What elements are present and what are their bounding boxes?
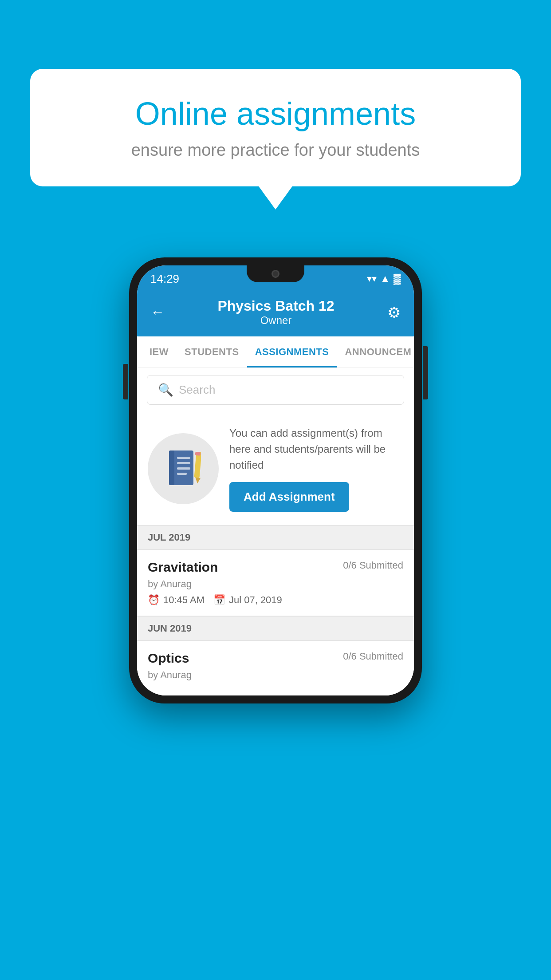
speech-bubble: Online assignments ensure more practice … [30, 69, 521, 186]
assignment-meta-gravitation: ⏰ 10:45 AM 📅 Jul 07, 2019 [148, 594, 403, 606]
svg-rect-2 [177, 457, 190, 459]
notebook-icon [165, 450, 201, 487]
assignment-item-gravitation[interactable]: Gravitation 0/6 Submitted by Anurag ⏰ 10… [137, 550, 414, 616]
meta-time-gravitation: ⏰ 10:45 AM [148, 594, 205, 606]
phone-mockup: 14:29 ▾▾ ▲ ▓ ← Physics Batch 12 Owner ⚙ [129, 257, 422, 703]
assignment-item-optics[interactable]: Optics 0/6 Submitted by Anurag [137, 641, 414, 695]
assignment-text-area: You can add assignment(s) from here and … [229, 425, 403, 512]
app-header: ← Physics Batch 12 Owner ⚙ [137, 290, 414, 336]
assignment-name-optics: Optics [148, 651, 189, 666]
camera-notch [272, 270, 279, 278]
search-bar: 🔍 Search [137, 368, 414, 412]
tab-students[interactable]: STUDENTS [177, 336, 247, 368]
tab-iew[interactable]: IEW [142, 336, 177, 368]
phone-inner: 14:29 ▾▾ ▲ ▓ ← Physics Batch 12 Owner ⚙ [137, 265, 414, 695]
assignment-item-top-optics: Optics 0/6 Submitted [148, 651, 403, 666]
assignment-item-top: Gravitation 0/6 Submitted [148, 560, 403, 575]
svg-rect-6 [194, 452, 201, 478]
assignment-time-gravitation: 10:45 AM [163, 594, 205, 606]
status-time: 14:29 [150, 272, 179, 286]
svg-rect-8 [195, 452, 201, 456]
search-icon: 🔍 [158, 383, 173, 397]
assignment-submitted-optics: 0/6 Submitted [343, 651, 403, 662]
search-field[interactable]: 🔍 Search [147, 375, 404, 405]
assignment-prompt: You can add assignment(s) from here and … [137, 412, 414, 525]
header-center: Physics Batch 12 Owner [217, 298, 334, 327]
add-assignment-button[interactable]: Add Assignment [229, 482, 349, 512]
back-button[interactable]: ← [150, 304, 165, 320]
signal-icon: ▲ [380, 273, 390, 285]
wifi-icon: ▾▾ [367, 273, 377, 285]
tab-bar: IEW STUDENTS ASSIGNMENTS ANNOUNCEM [137, 336, 414, 368]
svg-rect-3 [177, 462, 190, 464]
batch-title: Physics Batch 12 [217, 298, 334, 314]
assignment-icon-circle [148, 433, 219, 504]
svg-rect-4 [177, 467, 190, 470]
meta-date-gravitation: 📅 Jul 07, 2019 [213, 594, 282, 606]
settings-icon[interactable]: ⚙ [387, 304, 401, 321]
speech-bubble-title: Online assignments [61, 95, 490, 132]
speech-bubble-area: Online assignments ensure more practice … [30, 69, 521, 186]
calendar-icon: 📅 [213, 594, 225, 606]
clock-icon: ⏰ [148, 594, 160, 606]
svg-rect-1 [169, 450, 174, 485]
svg-marker-7 [195, 478, 201, 484]
assignment-author-optics: by Anurag [148, 669, 403, 681]
assignment-name-gravitation: Gravitation [148, 560, 218, 575]
battery-icon: ▓ [394, 273, 401, 285]
batch-subtitle: Owner [217, 314, 334, 327]
tab-announcements[interactable]: ANNOUNCEM [337, 336, 414, 368]
status-icons: ▾▾ ▲ ▓ [367, 273, 401, 285]
tab-assignments[interactable]: ASSIGNMENTS [247, 336, 337, 368]
assignment-author-gravitation: by Anurag [148, 578, 403, 590]
section-header-jun: JUN 2019 [137, 616, 414, 641]
speech-bubble-subtitle: ensure more practice for your students [61, 141, 490, 160]
assignment-date-gravitation: Jul 07, 2019 [229, 594, 282, 606]
search-placeholder-text: Search [179, 383, 215, 397]
phone-outer: 14:29 ▾▾ ▲ ▓ ← Physics Batch 12 Owner ⚙ [129, 257, 422, 703]
assignment-description: You can add assignment(s) from here and … [229, 425, 403, 473]
svg-rect-5 [177, 473, 187, 475]
section-header-jul: JUL 2019 [137, 525, 414, 550]
assignment-submitted-gravitation: 0/6 Submitted [343, 560, 403, 571]
phone-notch [247, 265, 304, 282]
